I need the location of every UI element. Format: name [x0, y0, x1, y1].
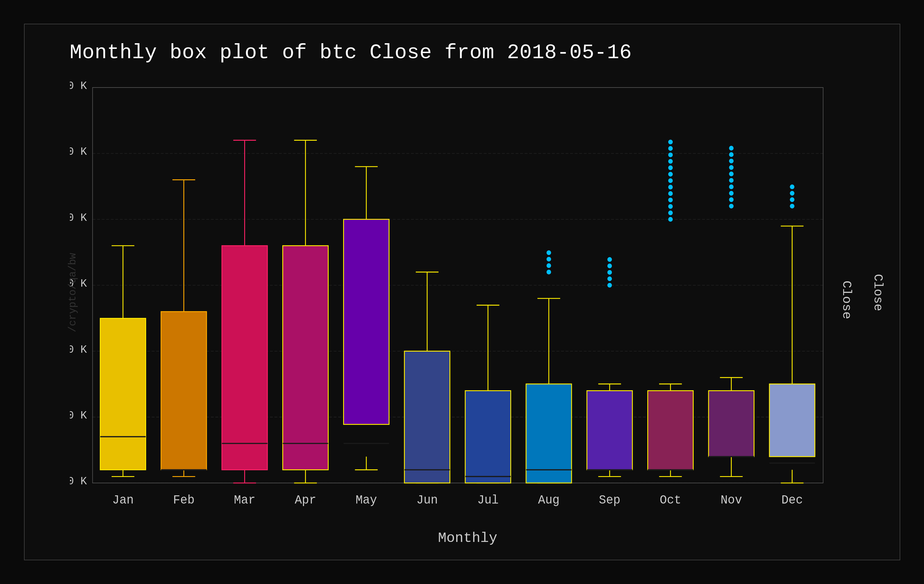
- svg-point-77: [607, 270, 612, 275]
- svg-text:Feb: Feb: [173, 493, 195, 507]
- svg-point-113: [729, 152, 734, 157]
- svg-point-108: [729, 184, 734, 189]
- box-oct: [648, 140, 693, 477]
- svg-text:Mar: Mar: [234, 493, 255, 507]
- svg-text:20 K: 20 K: [70, 410, 87, 422]
- svg-text:70 K: 70 K: [70, 80, 87, 93]
- svg-point-93: [668, 172, 673, 177]
- svg-point-90: [668, 191, 673, 196]
- svg-rect-82: [648, 391, 693, 470]
- svg-point-78: [607, 263, 612, 268]
- svg-point-86: [668, 217, 673, 222]
- watermark-label: /crypto/qa/bw: [67, 253, 78, 332]
- box-feb: [161, 180, 206, 477]
- svg-point-123: [790, 191, 794, 196]
- chart-title: Monthly box plot of btc Close from 2018-…: [70, 41, 866, 64]
- svg-text:Dec: Dec: [781, 493, 803, 507]
- svg-rect-25: [161, 311, 206, 470]
- svg-point-75: [607, 283, 612, 288]
- svg-point-106: [729, 197, 734, 202]
- svg-point-68: [546, 250, 551, 255]
- svg-text:Sep: Sep: [599, 493, 620, 507]
- svg-rect-49: [404, 351, 450, 483]
- svg-point-97: [668, 146, 673, 151]
- box-jul: [465, 305, 510, 483]
- svg-point-76: [607, 276, 612, 281]
- svg-rect-37: [283, 246, 328, 470]
- svg-text:50 K: 50 K: [70, 212, 87, 224]
- svg-point-67: [546, 257, 551, 262]
- svg-rect-19: [100, 318, 145, 470]
- svg-point-66: [546, 263, 551, 268]
- svg-point-89: [668, 198, 673, 202]
- svg-rect-31: [222, 246, 267, 470]
- box-jun: [404, 272, 450, 483]
- svg-point-96: [668, 153, 673, 157]
- svg-text:30 K: 30 K: [70, 344, 87, 356]
- svg-rect-101: [708, 391, 754, 457]
- svg-text:May: May: [355, 493, 377, 507]
- box-nov: [708, 146, 754, 476]
- svg-point-91: [668, 185, 673, 189]
- svg-text:10 K: 10 K: [70, 475, 87, 488]
- svg-text:Jun: Jun: [416, 493, 438, 507]
- svg-rect-61: [526, 384, 571, 483]
- plot-area: /crypto/qa/bw 70 K 60 K 5: [70, 73, 866, 512]
- svg-text:Aug: Aug: [538, 493, 559, 507]
- svg-point-121: [790, 204, 794, 209]
- svg-rect-43: [343, 219, 389, 424]
- svg-text:Jan: Jan: [112, 493, 134, 507]
- svg-rect-117: [769, 384, 815, 457]
- svg-point-79: [607, 257, 612, 262]
- svg-point-114: [729, 146, 734, 151]
- svg-point-88: [668, 204, 673, 209]
- svg-point-107: [729, 191, 734, 196]
- svg-text:Apr: Apr: [295, 493, 316, 507]
- box-apr: [283, 140, 328, 483]
- box-dec: [769, 184, 815, 483]
- svg-text:Nov: Nov: [721, 493, 742, 507]
- svg-point-112: [729, 159, 734, 163]
- svg-rect-55: [465, 391, 510, 483]
- svg-point-124: [790, 184, 794, 189]
- x-axis-label: Monthly: [438, 530, 497, 546]
- svg-point-109: [729, 178, 734, 183]
- svg-point-65: [546, 270, 551, 275]
- box-sep: [587, 257, 632, 476]
- box-may: [343, 167, 389, 470]
- svg-point-122: [790, 197, 794, 202]
- box-jan: [100, 246, 145, 476]
- svg-text:Oct: Oct: [660, 493, 681, 507]
- svg-point-94: [668, 166, 673, 170]
- svg-rect-71: [587, 391, 632, 470]
- svg-point-92: [668, 178, 673, 183]
- svg-text:Close: Close: [839, 280, 853, 319]
- svg-point-98: [668, 140, 673, 145]
- box-plot-svg: 70 K 60 K 50 K 40 K 30 K 20 K 10 K Close: [70, 73, 866, 512]
- svg-point-95: [668, 159, 673, 164]
- svg-point-87: [668, 211, 673, 216]
- svg-text:Jul: Jul: [477, 493, 498, 507]
- svg-text:60 K: 60 K: [70, 146, 87, 158]
- svg-point-105: [729, 204, 734, 209]
- svg-point-110: [729, 172, 734, 176]
- box-mar: [222, 140, 267, 483]
- svg-point-111: [729, 165, 734, 170]
- chart-container: Monthly box plot of btc Close from 2018-…: [24, 24, 900, 560]
- y-axis-label: Close: [871, 274, 885, 311]
